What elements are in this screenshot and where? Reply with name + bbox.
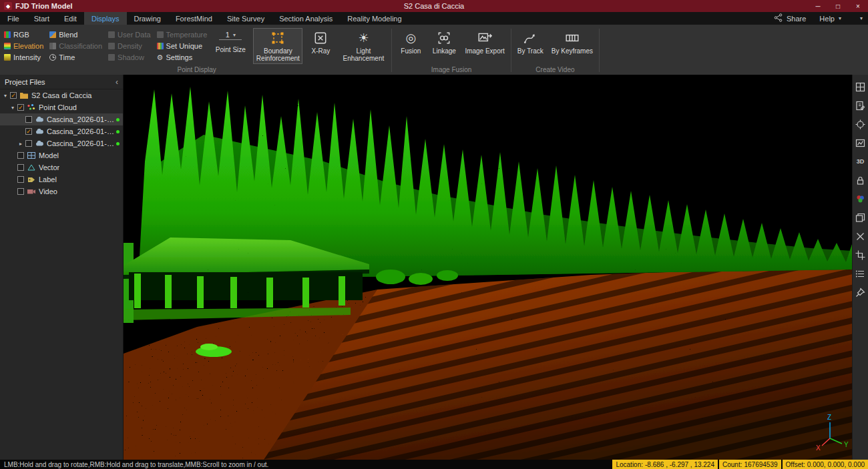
maximize-button[interactable]: □	[828, 0, 848, 12]
tab-start[interactable]: Start	[27, 12, 57, 25]
image-export-button[interactable]: Image Export	[462, 28, 507, 57]
settings-button[interactable]: ⚙ Settings	[157, 53, 208, 62]
tab-reality-modeling[interactable]: Reality Modeling	[340, 12, 409, 25]
fusion-button[interactable]: ◎ Fusion	[395, 28, 426, 57]
project-tree: ▾ ✓ S2 Casa di Caccia ▾ ✓ Point Cloud	[0, 89, 123, 460]
linkage-button[interactable]: Linkage	[429, 28, 459, 57]
tree-item-point-cloud[interactable]: ▾ ✓ Point Cloud	[0, 101, 123, 113]
elevation-icon	[4, 43, 11, 49]
point-size-caret-icon[interactable]: ▾	[233, 32, 236, 38]
ribbon-group-point-display: RGB Elevation Intensity Blend	[4, 25, 389, 75]
checkbox[interactable]	[17, 176, 24, 183]
tab-forestmind[interactable]: ForestMind	[168, 12, 220, 25]
display-mode-blend[interactable]: Blend	[49, 30, 102, 39]
view-3d-icon[interactable]: 3D	[855, 155, 867, 167]
point-size-control[interactable]: 1 ▾ Point Size	[213, 31, 248, 53]
user-data-icon	[108, 31, 115, 38]
close-button[interactable]: ×	[848, 0, 868, 12]
tab-section-analysis[interactable]: Section Analysis	[272, 12, 340, 25]
large-button-label: Linkage	[433, 47, 456, 55]
checkbox[interactable]: ✓	[25, 128, 32, 135]
lock-icon[interactable]	[855, 174, 867, 186]
tree-item-label: Cascina_2026-01-14-1...	[47, 115, 116, 123]
tree-item-video[interactable]: Video	[0, 185, 123, 197]
tab-edit[interactable]: Edit	[57, 12, 84, 25]
application-window: ◆ FJD Trion Model S2 Casa di Caccia ─ □ …	[0, 0, 868, 469]
display-mode-intensity[interactable]: Intensity	[4, 53, 43, 62]
panel-collapse-icon[interactable]: ‹	[116, 77, 118, 87]
tree-item-scan-1[interactable]: Cascina_2026-01-14-1...	[0, 113, 123, 125]
tab-drawing[interactable]: Drawing	[127, 12, 168, 25]
section-profile-icon[interactable]	[855, 137, 867, 149]
locate-icon[interactable]	[855, 118, 867, 130]
document-title: S2 Casa di Caccia	[404, 2, 465, 10]
large-button-label: By Track	[517, 47, 544, 55]
by-track-button[interactable]: By Track	[515, 28, 546, 57]
tree-item-label: Cascina_2026-01-14-11-5...	[47, 139, 116, 147]
display-mode-density[interactable]: Density	[108, 41, 151, 51]
boundary-reinforcement-button[interactable]: Boundary Reinforcement	[253, 28, 302, 64]
display-mode-time[interactable]: Time	[49, 53, 102, 62]
display-mode-temperature[interactable]: Temperature	[157, 30, 208, 39]
share-button[interactable]: Share	[787, 15, 806, 23]
layout-grid-icon[interactable]	[855, 81, 867, 93]
tab-site-survey[interactable]: Site Survey	[220, 12, 272, 25]
checkbox[interactable]	[25, 140, 32, 147]
checkbox[interactable]	[17, 164, 24, 171]
tag-icon	[27, 175, 36, 183]
pin-icon[interactable]	[855, 286, 867, 298]
checkbox[interactable]: ✓	[17, 104, 24, 111]
axis-x-label: X	[816, 444, 821, 452]
tree-item-scan-3[interactable]: ▸ Cascina_2026-01-14-11-5...	[0, 137, 123, 149]
display-mode-user-data[interactable]: User Data	[108, 30, 151, 39]
delete-icon[interactable]	[855, 230, 867, 242]
checkbox[interactable]	[17, 188, 24, 195]
help-caret-icon[interactable]: ▾	[839, 15, 841, 21]
vector-icon	[27, 163, 36, 171]
list-icon[interactable]	[855, 268, 867, 280]
tree-item-model[interactable]: Model	[0, 149, 123, 161]
checkbox[interactable]	[25, 116, 32, 123]
expander-icon[interactable]: ▾	[9, 105, 16, 111]
tree-item-label-layer[interactable]: Label	[0, 173, 123, 185]
offset-readout: Offset: 0.000, 0.000, 0.000	[783, 460, 868, 469]
by-keyframes-button[interactable]: By Keyframes	[549, 28, 596, 57]
ribbon-collapse-icon[interactable]: ▾	[860, 15, 863, 21]
minimize-button[interactable]: ─	[808, 0, 828, 12]
annotation-icon[interactable]	[855, 99, 867, 111]
help-button[interactable]: Help	[819, 15, 835, 23]
tab-file[interactable]: File	[0, 12, 27, 25]
display-mode-rgb[interactable]: RGB	[4, 30, 43, 39]
tab-displays[interactable]: Displays	[84, 12, 127, 25]
large-button-label: Image Export	[465, 47, 504, 55]
tree-item-scan-2[interactable]: ✓ Cascina_2026-01-14-1...	[0, 125, 123, 137]
shadow-icon	[108, 54, 115, 61]
set-unique-button[interactable]: Set Unique	[157, 41, 208, 51]
ribbon-tab-bar: File Start Edit Displays Drawing ForestM…	[0, 12, 868, 25]
display-mode-shadow[interactable]: Shadow	[108, 53, 151, 62]
tree-item-label: Label	[39, 175, 57, 183]
app-title: FJD Trion Model	[15, 2, 73, 10]
small-button-label: Blend	[59, 31, 77, 39]
tree-item-vector[interactable]: Vector	[0, 161, 123, 173]
ribbon-group-image-fusion: ◎ Fusion Linkage Image Export Image Fusi…	[394, 25, 508, 75]
tree-item-project[interactable]: ▾ ✓ S2 Casa di Caccia	[0, 89, 123, 101]
intensity-icon	[4, 54, 11, 61]
checkbox[interactable]	[17, 152, 24, 159]
x-ray-button[interactable]: X-Ray	[305, 28, 336, 57]
right-toolbar: 3D	[852, 75, 868, 460]
light-enhancement-button[interactable]: ☀ Light Enhancement	[339, 28, 388, 64]
display-mode-classification[interactable]: Classification	[49, 41, 102, 51]
expander-icon[interactable]: ▾	[2, 93, 9, 99]
fusion-icon: ◎	[406, 30, 417, 46]
checkbox[interactable]: ✓	[10, 92, 17, 99]
crop-icon[interactable]	[855, 249, 867, 261]
point-cloud-scene: Z Y X	[124, 75, 852, 460]
render-color-icon[interactable]	[855, 193, 867, 205]
expander-icon[interactable]: ▸	[17, 141, 24, 147]
display-mode-elevation[interactable]: Elevation	[4, 41, 43, 51]
panels-icon[interactable]	[855, 211, 867, 223]
tree-item-label: Point Cloud	[39, 103, 77, 111]
viewport-3d[interactable]: Z Y X	[124, 75, 852, 460]
view-3d-label: 3D	[857, 158, 865, 165]
